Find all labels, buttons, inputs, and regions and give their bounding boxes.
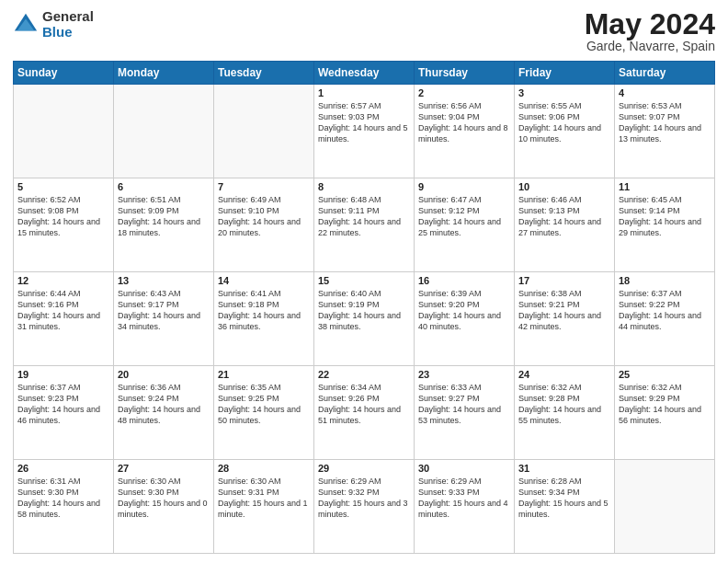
logo-blue-text: Blue [42, 25, 94, 40]
table-row [615, 460, 715, 554]
cell-sunset: Sunset: 9:18 PM [218, 300, 279, 309]
cell-daylight: Daylight: 15 hours and 4 minutes. [418, 499, 508, 519]
cell-sunset: Sunset: 9:08 PM [17, 206, 79, 215]
cell-sunrise: Sunrise: 6:28 AM [518, 477, 582, 486]
cell-sunrise: Sunrise: 6:41 AM [218, 289, 281, 298]
logo-general-text: General [42, 9, 94, 25]
calendar-week-row: 19 Sunrise: 6:37 AM Sunset: 9:23 PM Dayl… [14, 366, 715, 460]
cell-sunset: Sunset: 9:14 PM [619, 206, 680, 215]
cell-daylight: Daylight: 14 hours and 25 minutes. [418, 217, 501, 237]
cell-daylight: Daylight: 14 hours and 44 minutes. [619, 311, 701, 331]
cell-sunset: Sunset: 9:27 PM [418, 394, 480, 403]
cell-sunset: Sunset: 9:26 PM [318, 394, 380, 403]
cell-daylight: Daylight: 15 hours and 3 minutes. [318, 499, 408, 519]
table-row: 31 Sunrise: 6:28 AM Sunset: 9:34 PM Dayl… [515, 460, 615, 554]
cell-daylight: Daylight: 14 hours and 34 minutes. [118, 311, 200, 331]
day-number: 23 [418, 369, 510, 380]
cell-sunrise: Sunrise: 6:35 AM [218, 383, 281, 392]
col-thursday: Thursday [415, 62, 515, 85]
calendar-week-row: 1 Sunrise: 6:57 AM Sunset: 9:03 PM Dayli… [14, 85, 715, 178]
cell-daylight: Daylight: 15 hours and 1 minute. [218, 499, 308, 519]
cell-sunrise: Sunrise: 6:43 AM [118, 289, 181, 298]
day-number: 17 [518, 275, 610, 286]
cell-sunrise: Sunrise: 6:37 AM [619, 289, 682, 298]
calendar-header-row: Sunday Monday Tuesday Wednesday Thursday… [14, 62, 715, 85]
day-number: 7 [218, 181, 310, 192]
cell-sunrise: Sunrise: 6:33 AM [418, 383, 482, 392]
cell-daylight: Daylight: 14 hours and 46 minutes. [17, 405, 100, 425]
cell-sunset: Sunset: 9:31 PM [218, 488, 279, 497]
cell-sunset: Sunset: 9:11 PM [318, 206, 380, 215]
table-row [214, 85, 314, 178]
cell-sunset: Sunset: 9:10 PM [218, 206, 279, 215]
cell-sunset: Sunset: 9:33 PM [418, 488, 480, 497]
cell-sunrise: Sunrise: 6:55 AM [518, 101, 582, 110]
cell-daylight: Daylight: 14 hours and 20 minutes. [218, 217, 301, 237]
cell-daylight: Daylight: 14 hours and 36 minutes. [218, 311, 301, 331]
table-row: 2 Sunrise: 6:56 AM Sunset: 9:04 PM Dayli… [415, 85, 515, 178]
day-number: 3 [518, 87, 610, 98]
page: General Blue May 2024 Garde, Navarre, Sp… [0, 0, 728, 563]
cell-daylight: Daylight: 14 hours and 22 minutes. [318, 217, 401, 237]
cell-sunrise: Sunrise: 6:30 AM [118, 477, 181, 486]
cell-sunrise: Sunrise: 6:48 AM [318, 195, 381, 204]
cell-sunset: Sunset: 9:29 PM [619, 394, 680, 403]
table-row: 29 Sunrise: 6:29 AM Sunset: 9:32 PM Dayl… [314, 460, 415, 554]
cell-sunset: Sunset: 9:13 PM [518, 206, 580, 215]
cell-sunrise: Sunrise: 6:32 AM [619, 383, 682, 392]
cell-sunset: Sunset: 9:12 PM [418, 206, 480, 215]
cell-sunrise: Sunrise: 6:36 AM [118, 383, 181, 392]
cell-sunset: Sunset: 9:23 PM [17, 394, 79, 403]
day-number: 26 [17, 463, 109, 474]
table-row: 22 Sunrise: 6:34 AM Sunset: 9:26 PM Dayl… [314, 366, 415, 460]
title-block: May 2024 Garde, Navarre, Spain [585, 9, 715, 53]
table-row: 18 Sunrise: 6:37 AM Sunset: 9:22 PM Dayl… [615, 272, 715, 366]
table-row: 6 Sunrise: 6:51 AM Sunset: 9:09 PM Dayli… [114, 178, 214, 272]
cell-daylight: Daylight: 14 hours and 5 minutes. [318, 123, 408, 144]
table-row: 30 Sunrise: 6:29 AM Sunset: 9:33 PM Dayl… [415, 460, 515, 554]
day-number: 13 [118, 275, 210, 286]
cell-sunset: Sunset: 9:24 PM [118, 394, 179, 403]
day-number: 15 [318, 275, 410, 286]
day-number: 31 [518, 463, 610, 474]
cell-daylight: Daylight: 14 hours and 15 minutes. [17, 217, 100, 237]
col-saturday: Saturday [615, 62, 715, 85]
cell-daylight: Daylight: 14 hours and 18 minutes. [118, 217, 200, 237]
table-row: 27 Sunrise: 6:30 AM Sunset: 9:30 PM Dayl… [114, 460, 214, 554]
table-row: 10 Sunrise: 6:46 AM Sunset: 9:13 PM Dayl… [515, 178, 615, 272]
table-row: 12 Sunrise: 6:44 AM Sunset: 9:16 PM Dayl… [14, 272, 114, 366]
table-row: 1 Sunrise: 6:57 AM Sunset: 9:03 PM Dayli… [314, 85, 415, 178]
cell-daylight: Daylight: 14 hours and 51 minutes. [318, 405, 401, 425]
cell-sunrise: Sunrise: 6:47 AM [418, 195, 482, 204]
cell-sunset: Sunset: 9:16 PM [17, 300, 79, 309]
day-number: 20 [118, 369, 210, 380]
cell-daylight: Daylight: 14 hours and 27 minutes. [518, 217, 601, 237]
cell-sunrise: Sunrise: 6:52 AM [17, 195, 81, 204]
cell-sunset: Sunset: 9:06 PM [518, 112, 580, 121]
day-number: 14 [218, 275, 310, 286]
table-row: 20 Sunrise: 6:36 AM Sunset: 9:24 PM Dayl… [114, 366, 214, 460]
day-number: 8 [318, 181, 410, 192]
cell-daylight: Daylight: 15 hours and 0 minutes. [118, 499, 208, 519]
cell-daylight: Daylight: 14 hours and 29 minutes. [619, 217, 701, 237]
cell-sunrise: Sunrise: 6:44 AM [17, 289, 81, 298]
cell-daylight: Daylight: 14 hours and 10 minutes. [518, 123, 601, 144]
cell-sunrise: Sunrise: 6:32 AM [518, 383, 582, 392]
calendar-week-row: 26 Sunrise: 6:31 AM Sunset: 9:30 PM Dayl… [14, 460, 715, 554]
table-row: 26 Sunrise: 6:31 AM Sunset: 9:30 PM Dayl… [14, 460, 114, 554]
cell-sunrise: Sunrise: 6:40 AM [318, 289, 381, 298]
day-number: 24 [518, 369, 610, 380]
table-row: 16 Sunrise: 6:39 AM Sunset: 9:20 PM Dayl… [415, 272, 515, 366]
day-number: 2 [418, 87, 510, 98]
col-wednesday: Wednesday [314, 62, 415, 85]
table-row: 14 Sunrise: 6:41 AM Sunset: 9:18 PM Dayl… [214, 272, 314, 366]
cell-daylight: Daylight: 14 hours and 40 minutes. [418, 311, 501, 331]
cell-sunset: Sunset: 9:34 PM [518, 488, 580, 497]
cell-sunrise: Sunrise: 6:45 AM [619, 195, 682, 204]
table-row [14, 85, 114, 178]
cell-sunrise: Sunrise: 6:38 AM [518, 289, 582, 298]
cell-daylight: Daylight: 14 hours and 48 minutes. [118, 405, 200, 425]
cell-sunset: Sunset: 9:20 PM [418, 300, 480, 309]
day-number: 28 [218, 463, 310, 474]
cell-daylight: Daylight: 14 hours and 55 minutes. [518, 405, 601, 425]
